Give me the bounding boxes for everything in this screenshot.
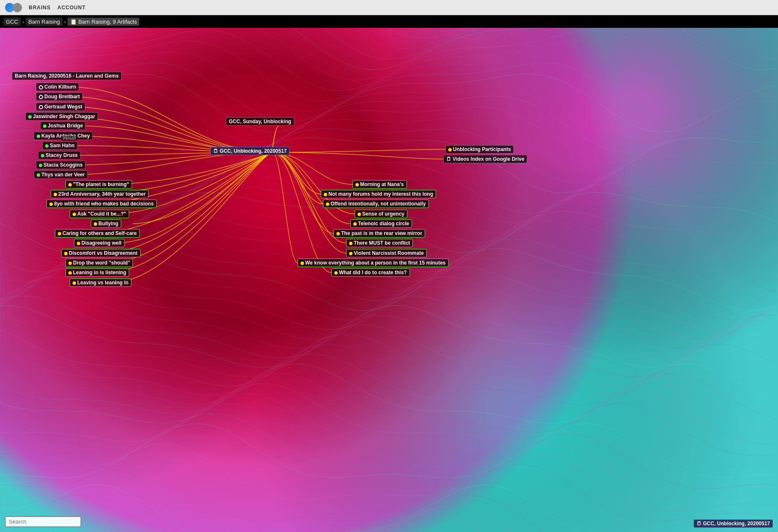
node-topic-right-6[interactable]: There MUST be conflict <box>346 239 413 247</box>
node-right-special-1[interactable]: 🗒 Videos Index on Google Drive <box>443 155 527 163</box>
breadcrumb-barn-raising[interactable]: Barn Raising <box>26 18 62 26</box>
main-canvas: Barn Raising, 20200516 - Lauren and Gems… <box>0 28 778 532</box>
node-gcc-sunday[interactable]: GCC, Sunday, Unblocking <box>226 117 294 126</box>
node-topic-left-8[interactable]: Drop the word "should" <box>65 259 133 267</box>
node-topic-right-1[interactable]: Not many forums hold my interest this lo… <box>321 190 436 198</box>
bottom-right-node[interactable]: 🗒 GCC, Unblocking, 20200517 <box>694 519 773 528</box>
navbar: BRAINS ACCOUNT <box>0 0 778 15</box>
node-person-8[interactable]: Stacia Scoggins <box>36 161 86 169</box>
breadcrumb: GCC › Barn Raising › 📋 Barn Raising, 9 A… <box>0 15 778 28</box>
breadcrumb-artifacts[interactable]: 📋 Barn Raising, 9 Artifacts <box>68 18 139 26</box>
node-topic-left-4[interactable]: Bullying <box>91 219 121 228</box>
app-logo[interactable] <box>5 3 22 12</box>
node-topic-right-2[interactable]: Offend intentionally, not unintentionall… <box>323 200 429 208</box>
node-topic-left-6[interactable]: Disagreeing well <box>74 239 125 247</box>
node-person-0[interactable]: Colin Kilburn <box>36 83 79 91</box>
nav-account[interactable]: ACCOUNT <box>57 5 86 11</box>
nav-brains[interactable]: BRAINS <box>29 5 51 11</box>
node-topic-right-3[interactable]: Sense of urgency <box>355 210 407 218</box>
search-input[interactable] <box>5 516 81 527</box>
node-person-9[interactable]: Thys van der Veer <box>34 170 88 179</box>
node-topic-right-0[interactable]: Morning at Nana's <box>352 180 407 189</box>
node-person-1[interactable]: Doug Breitbart <box>36 92 83 101</box>
node-person-4[interactable]: Joshua Bridge <box>40 122 86 130</box>
breadcrumb-gcc[interactable]: GCC <box>3 18 21 26</box>
node-topic-left-1[interactable]: 23rd Anniversary, 34th year together <box>51 190 149 198</box>
node-topic-left-10[interactable]: Leaving vs leaning in <box>70 278 131 287</box>
node-topic-left-3[interactable]: Ask "Could it be...?" <box>70 210 129 218</box>
node-topic-right-4[interactable]: Telenoic dialog circle <box>350 219 412 228</box>
node-topic-left-5[interactable]: Caring for others and Self-care <box>55 229 140 238</box>
node-right-special-0[interactable]: Unblocking Participants <box>445 145 514 154</box>
node-topic-right-5[interactable]: The past is in the rear view mirror <box>333 229 425 238</box>
node-person-3[interactable]: Jaswinder Singh Chaggar <box>25 112 98 121</box>
node-topic-right-9[interactable]: What did I do to create this? <box>331 268 410 277</box>
search-bar <box>5 516 81 527</box>
node-gcc-unblocking-center[interactable]: 🗒 GCC, Unblocking, 20200517 <box>210 147 290 155</box>
node-topic-left-2[interactable]: 8yo with friend who makes bad decisions <box>46 200 157 208</box>
node-topic-right-8[interactable]: We know everything about a person in the… <box>298 259 449 267</box>
node-person-2[interactable]: Gertraud Wegst <box>36 103 85 111</box>
node-topic-left-0[interactable]: "The planet is burning" <box>65 180 132 189</box>
node-topic-left-9[interactable]: Leaning in is listening <box>65 268 129 277</box>
node-person-6[interactable]: PersonSam Hahn <box>42 141 78 150</box>
logo-gray-circle <box>13 3 22 12</box>
node-person-7[interactable]: Stacey Druss <box>38 151 81 159</box>
node-barn-raising-title[interactable]: Barn Raising, 20200516 - Lauren and Gems <box>12 72 122 80</box>
node-topic-left-7[interactable]: Discomfort vs Disagreement <box>61 249 141 257</box>
node-topic-right-7[interactable]: Violent Narcissist Roommate <box>346 249 427 257</box>
